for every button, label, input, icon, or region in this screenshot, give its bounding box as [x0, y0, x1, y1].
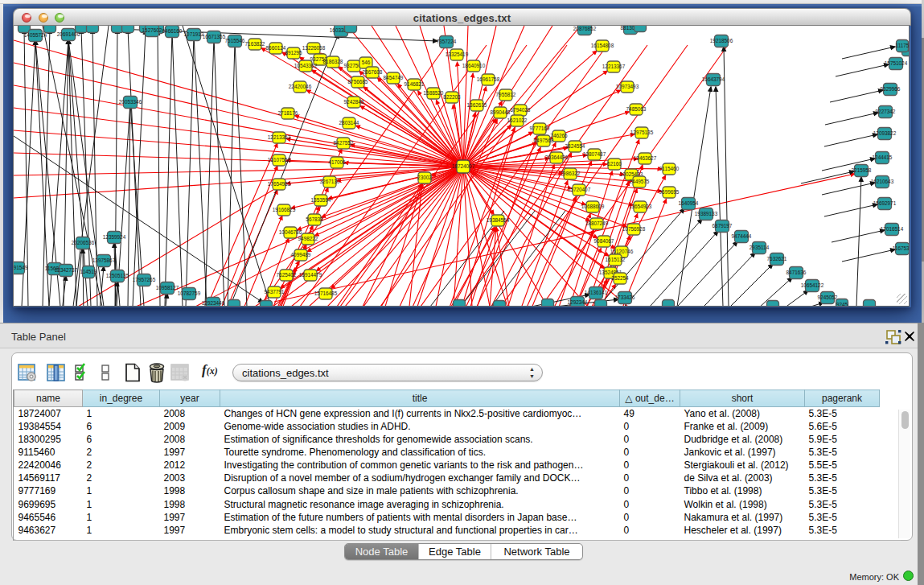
svg-text:1733426: 1733426 [615, 295, 635, 300]
svg-text:9391549: 9391549 [14, 265, 28, 270]
svg-text:114519: 114519 [80, 269, 97, 274]
svg-text:13975867: 13975867 [92, 257, 116, 263]
svg-text:9777169: 9777169 [530, 126, 550, 131]
svg-text:8756685: 8756685 [348, 79, 368, 84]
svg-text:16154808: 16154808 [591, 43, 614, 48]
svg-text:17654985: 17654985 [268, 181, 291, 187]
svg-text:9329966: 9329966 [881, 86, 901, 92]
svg-text:20053346: 20053346 [119, 99, 142, 105]
svg-text:7163822: 7163822 [245, 41, 265, 47]
svg-text:8471636: 8471636 [786, 270, 807, 275]
svg-text:16120746: 16120746 [610, 249, 634, 254]
svg-text:2449575: 2449575 [630, 179, 650, 184]
svg-text:62160: 62160 [607, 161, 622, 167]
svg-text:20206536: 20206536 [72, 240, 95, 245]
svg-text:1244415: 1244415 [873, 154, 893, 160]
svg-text:10046786: 10046786 [279, 229, 302, 235]
svg-text:16671355: 16671355 [203, 34, 226, 39]
svg-text:546: 546 [362, 60, 371, 65]
svg-text:9498222: 9498222 [298, 236, 318, 241]
svg-text:17957265: 17957265 [133, 277, 156, 282]
svg-text:1071913: 1071913 [184, 31, 204, 37]
svg-text:1588520: 1588520 [424, 90, 444, 96]
svg-text:13654923: 13654923 [629, 204, 652, 209]
svg-text:1615132: 1615132 [606, 257, 626, 262]
svg-text:12923446: 12923446 [202, 300, 225, 306]
svg-text:9227342: 9227342 [876, 109, 896, 114]
svg-text:2935114: 2935114 [749, 245, 770, 250]
svg-text:18724007: 18724007 [452, 163, 475, 169]
svg-text:18807249: 18807249 [585, 220, 609, 226]
svg-text:8427552: 8427552 [334, 140, 354, 146]
svg-text:2718176: 2718176 [278, 110, 298, 116]
svg-text:8990448: 8990448 [491, 109, 511, 115]
svg-text:15720407: 15720407 [568, 187, 591, 192]
svg-text:11175: 11175 [896, 43, 910, 48]
svg-text:12505135: 12505135 [106, 273, 129, 278]
svg-text:7515546: 7515546 [225, 38, 245, 43]
svg-text:1362615: 1362615 [467, 102, 487, 108]
svg-text:10782759: 10782759 [178, 290, 201, 296]
svg-text:7632621: 7632621 [767, 256, 787, 262]
svg-text:16210643: 16210643 [871, 179, 894, 184]
svg-text:9242848: 9242848 [344, 99, 364, 105]
svg-text:14136141: 14136141 [585, 290, 608, 295]
svg-text:9699695: 9699695 [659, 189, 680, 195]
svg-text:7485063: 7485063 [626, 106, 647, 112]
svg-text:2867608: 2867608 [363, 69, 383, 75]
svg-text:8660124: 8660124 [266, 45, 286, 51]
svg-text:12213363: 12213363 [268, 134, 291, 140]
svg-text:19463627: 19463627 [634, 155, 657, 161]
svg-text:7625402: 7625402 [277, 272, 297, 278]
svg-text:822203: 822203 [443, 94, 461, 100]
svg-text:6879197: 6879197 [713, 223, 733, 229]
svg-text:6466160: 6466160 [162, 28, 183, 34]
svg-text:1527602: 1527602 [142, 27, 162, 33]
svg-text:17016514: 17016514 [881, 226, 904, 232]
svg-text:12975135: 12975135 [630, 130, 654, 135]
svg-text:9146821: 9146821 [405, 81, 425, 87]
svg-text:12213367: 12213367 [602, 64, 626, 69]
svg-text:7955812: 7955812 [496, 92, 516, 97]
svg-text:9245: 9245 [836, 302, 848, 307]
svg-text:10807487: 10807487 [583, 151, 606, 157]
svg-text:9084067: 9084067 [594, 238, 614, 244]
svg-text:19218506: 19218506 [710, 38, 733, 43]
svg-text:10973493: 10973493 [616, 84, 639, 89]
svg-text:567833: 567833 [306, 216, 323, 222]
svg-text:19384554: 19384554 [487, 217, 510, 223]
svg-text:7357224: 7357224 [437, 39, 457, 44]
svg-text:15692971: 15692971 [873, 200, 897, 206]
svg-text:20364436: 20364436 [545, 154, 569, 160]
svg-text:19389133: 19389133 [695, 211, 718, 216]
svg-text:16643794: 16643794 [702, 76, 725, 82]
svg-text:19166823: 19166823 [273, 207, 296, 212]
svg-text:3215958: 3215958 [852, 167, 872, 173]
svg-text:10958127: 10958127 [156, 285, 179, 290]
svg-text:8454749: 8454749 [384, 75, 404, 80]
svg-text:6794028: 6794028 [511, 107, 531, 113]
svg-text:10543362: 10543362 [294, 63, 318, 68]
svg-text:9437791: 9437791 [265, 289, 285, 295]
svg-text:10654122: 10654122 [801, 282, 824, 288]
svg-text:12342737: 12342737 [55, 267, 78, 273]
svg-text:9115460: 9115460 [659, 166, 680, 171]
svg-text:1292344: 1292344 [568, 299, 588, 305]
svg-text:13325419: 13325419 [446, 51, 469, 57]
svg-text:2803144: 2803144 [339, 120, 359, 126]
svg-text:3824554: 3824554 [565, 143, 585, 149]
svg-text:22420046: 22420046 [289, 84, 312, 89]
svg-text:14055724: 14055724 [24, 32, 47, 38]
svg-text:18640910: 18640910 [462, 63, 486, 68]
svg-text:1167534: 1167534 [893, 245, 910, 251]
svg-text:13226058: 13226058 [302, 45, 326, 51]
svg-text:16107553: 16107553 [268, 157, 291, 163]
svg-text:15716485: 15716485 [314, 290, 338, 296]
svg-text:9245052: 9245052 [818, 295, 838, 300]
svg-text:891295: 891295 [285, 50, 302, 56]
svg-text:6497568: 6497568 [534, 138, 554, 143]
svg-text:15751024: 15751024 [885, 60, 908, 66]
svg-text:252254: 252254 [611, 275, 629, 281]
svg-text:12359924: 12359924 [103, 234, 126, 240]
svg-text:417006: 417006 [328, 159, 346, 165]
